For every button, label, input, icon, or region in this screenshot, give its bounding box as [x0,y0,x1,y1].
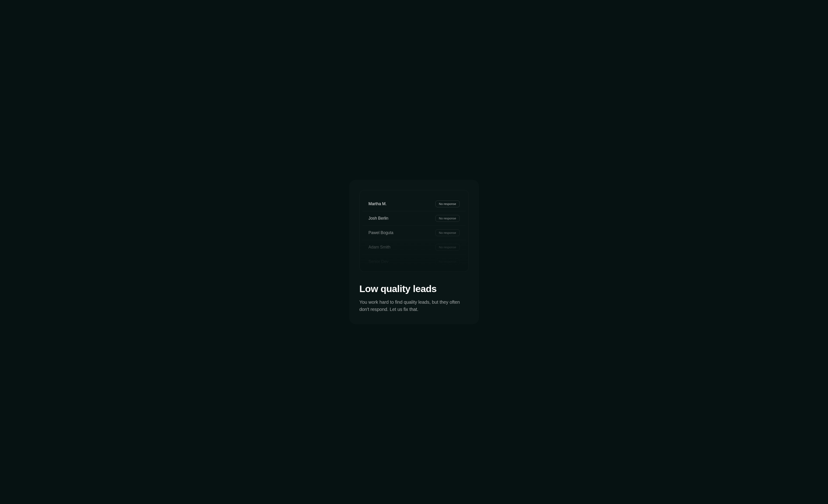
lead-name: Josh Berlin [369,216,388,221]
lead-status-pill: No response [436,244,460,250]
lead-row: Senior Dev No response [363,255,466,269]
lead-name: Senior Dev [369,259,388,264]
lead-status-pill: No response [436,258,460,265]
lead-row: Pawel Boguta No response [363,226,466,240]
lead-status-pill: No response [436,200,460,207]
lead-status-pill: No response [436,229,460,236]
leads-panel: Martha M. No response Josh Berlin No res… [360,190,469,272]
lead-row: Adam Smith No response [363,240,466,255]
lead-name: Pawel Boguta [369,230,394,235]
card-heading: Low quality leads [360,283,469,294]
lead-row: Josh Berlin No response [363,211,466,226]
lead-name: Adam Smith [369,245,390,250]
lead-name: Martha M. [369,201,387,207]
lead-status-pill: No response [436,215,460,222]
lead-row: Martha M. No response [363,197,466,211]
card-subtext: You work hard to find quality leads, but… [360,299,467,313]
feature-card: Martha M. No response Josh Berlin No res… [349,180,479,324]
